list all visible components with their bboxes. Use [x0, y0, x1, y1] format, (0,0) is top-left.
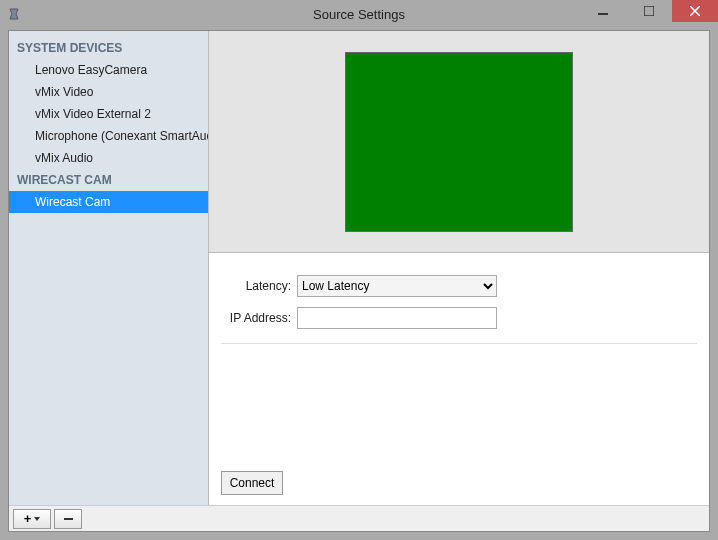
window-controls [580, 0, 718, 22]
video-preview [345, 52, 573, 232]
minimize-button[interactable] [580, 0, 626, 22]
add-source-button[interactable]: + [13, 509, 51, 529]
close-button[interactable] [672, 0, 718, 22]
remove-source-button[interactable] [54, 509, 82, 529]
ip-input[interactable] [297, 307, 497, 329]
device-item-lenovo[interactable]: Lenovo EasyCamera [9, 59, 208, 81]
content-frame: SYSTEM DEVICES Lenovo EasyCamera vMix Vi… [8, 30, 710, 532]
device-item-microphone[interactable]: Microphone (Conexant SmartAudi [9, 125, 208, 147]
latency-label: Latency: [221, 279, 291, 293]
footer-bar: + [9, 505, 709, 531]
minus-icon [64, 518, 73, 520]
divider [221, 343, 697, 344]
device-item-wirecast-cam[interactable]: Wirecast Cam [9, 191, 208, 213]
device-item-vmix-video[interactable]: vMix Video [9, 81, 208, 103]
ip-label: IP Address: [221, 311, 291, 325]
settings-area: Latency: Low Latency IP Address: Connect [209, 253, 709, 505]
titlebar[interactable]: Source Settings [0, 0, 718, 28]
app-icon [6, 6, 22, 22]
right-pane: Latency: Low Latency IP Address: Connect [209, 31, 709, 505]
chevron-down-icon [34, 517, 40, 521]
connect-button[interactable]: Connect [221, 471, 283, 495]
ip-row: IP Address: [221, 307, 697, 329]
section-header-wirecast: WIRECAST CAM [9, 169, 208, 191]
device-sidebar: SYSTEM DEVICES Lenovo EasyCamera vMix Vi… [9, 31, 209, 505]
device-item-vmix-audio[interactable]: vMix Audio [9, 147, 208, 169]
latency-row: Latency: Low Latency [221, 275, 697, 297]
svg-rect-0 [598, 13, 608, 15]
main-area: SYSTEM DEVICES Lenovo EasyCamera vMix Vi… [9, 31, 709, 505]
plus-icon: + [24, 511, 32, 526]
latency-select[interactable]: Low Latency [297, 275, 497, 297]
maximize-button[interactable] [626, 0, 672, 22]
svg-rect-1 [644, 6, 654, 16]
section-header-system: SYSTEM DEVICES [9, 37, 208, 59]
device-item-vmix-external[interactable]: vMix Video External 2 [9, 103, 208, 125]
preview-area [209, 31, 709, 253]
window-root: Source Settings SYSTEM DEVICES Lenovo Ea… [0, 0, 718, 540]
